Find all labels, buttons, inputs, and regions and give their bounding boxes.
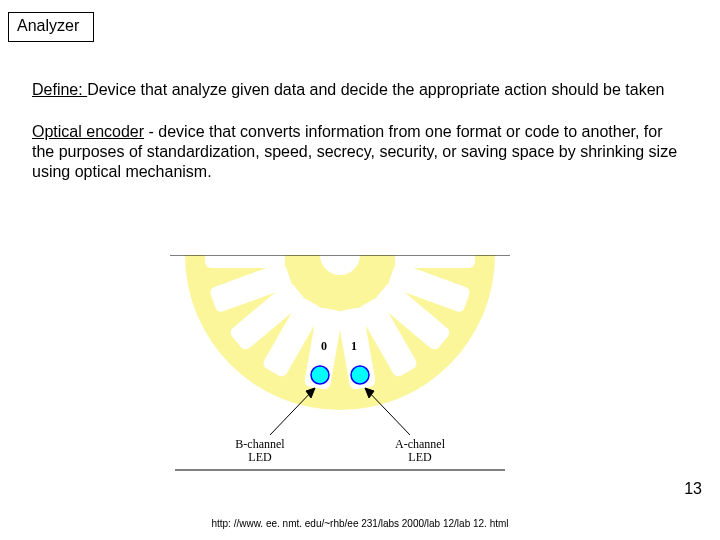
- a-channel-label-2: LED: [408, 450, 432, 464]
- bit-zero-label: 0: [321, 339, 327, 353]
- definition-text: Device that analyze given data and decid…: [87, 81, 664, 98]
- svg-rect-5: [205, 255, 285, 268]
- b-channel-label-2: LED: [248, 450, 272, 464]
- a-channel-label-1: A-channel: [395, 437, 446, 451]
- encoder-svg: 0 1 B-channel LED A-channel LED: [120, 255, 560, 480]
- definition-label: Define:: [32, 81, 87, 98]
- footer-url: http: //www. ee. nmt. edu/~rhb/ee 231/la…: [0, 518, 720, 529]
- optical-encoder-paragraph: Optical encoder - device that converts i…: [32, 122, 682, 182]
- slide-title-box: Analyzer: [8, 12, 94, 42]
- led-a: [351, 366, 369, 384]
- led-b: [311, 366, 329, 384]
- svg-rect-10: [395, 255, 475, 268]
- slide-body: Define: Device that analyze given data a…: [32, 80, 682, 204]
- slide-title: Analyzer: [17, 17, 79, 34]
- b-channel-label-1: B-channel: [235, 437, 285, 451]
- encoder-disc: [185, 255, 495, 410]
- bit-one-label: 1: [351, 339, 357, 353]
- page-number: 13: [684, 480, 702, 498]
- definition-paragraph: Define: Device that analyze given data a…: [32, 80, 682, 100]
- optical-encoder-label: Optical encoder: [32, 123, 144, 140]
- encoder-figure: 0 1 B-channel LED A-channel LED: [120, 255, 560, 480]
- slide: Analyzer Define: Device that analyze giv…: [0, 0, 720, 540]
